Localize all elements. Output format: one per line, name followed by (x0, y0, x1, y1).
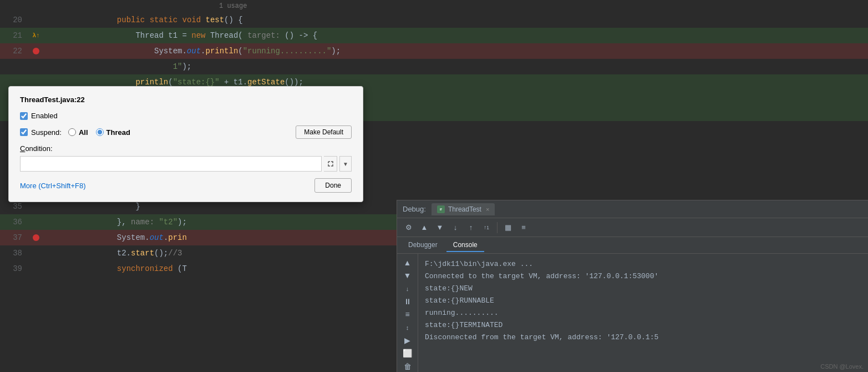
enabled-label-text: Enabled (31, 112, 58, 120)
up-button[interactable]: ▲ (417, 220, 432, 235)
line-number-38: 38 (0, 245, 28, 261)
sidebar-stop-button[interactable]: ⬜ (400, 348, 415, 359)
condition-underline-c: C (20, 144, 25, 153)
done-button[interactable]: Done (314, 178, 352, 193)
enabled-checkbox[interactable] (20, 112, 28, 120)
gutter-37 (28, 234, 44, 241)
console-line-state-runnable: state:{}RUNNABLE (425, 295, 861, 307)
console-line-connected: Connected to the target VM, address: '12… (425, 270, 861, 283)
suspend-label-text: Suspend: (31, 128, 62, 137)
debug-tabs-bar: Debugger Console (397, 237, 868, 254)
more-link[interactable]: More (Ctrl+Shift+F8) (20, 182, 85, 190)
line-number-21: 21 (0, 28, 28, 43)
console-line-state-new: state:{}NEW (425, 283, 861, 295)
svg-rect-0 (439, 207, 443, 212)
breakpoint-37 (33, 234, 39, 241)
expand-icon (328, 161, 333, 167)
step-down-button[interactable]: ↓ (448, 220, 463, 235)
suspend-row: Suspend: All Thread Make Default (20, 125, 352, 139)
sidebar-up-button[interactable]: ▲ (400, 257, 415, 268)
thread-test-icon (438, 207, 444, 212)
suspend-checkbox-wrapper[interactable]: Suspend: (20, 128, 62, 137)
suspend-radio-group: All Thread (68, 128, 130, 137)
gutter-22 (28, 48, 44, 54)
line-number-37: 37 (0, 230, 28, 245)
debug-content: ▲ ▼ ↓ ⏸ ≡ ↕ ▶ ⬜ 🗑 F:\jdk11\bin\java.exe … (397, 254, 868, 372)
sidebar-down-button[interactable]: ▼ (400, 270, 415, 281)
debug-header: Debug: ThreadTest × (397, 200, 868, 218)
console-line-running: running.......... (425, 307, 861, 319)
settings-button[interactable]: ⚙ (402, 220, 416, 235)
enabled-row: Enabled (20, 112, 352, 120)
sidebar-pause-button[interactable]: ⏸ (400, 296, 415, 307)
debug-tab[interactable]: ThreadTest × (432, 203, 495, 215)
gutter-21: λ↑ (28, 28, 44, 43)
thread-radio[interactable] (96, 128, 104, 136)
expand-button[interactable] (324, 156, 337, 172)
debug-left-toolbar: ▲ ▼ ↓ ⏸ ≡ ↕ ▶ ⬜ 🗑 (397, 254, 418, 372)
condition-label: Condition: (20, 144, 352, 153)
console-line-state-terminated: state:{}TERMINATED (425, 319, 861, 331)
condition-input-row: ▼ (20, 156, 352, 172)
list-button[interactable]: ≡ (516, 220, 531, 235)
line-number-39: 39 (0, 261, 28, 277)
suspend-checkbox[interactable] (20, 128, 28, 136)
debug-tab-close[interactable]: × (486, 206, 489, 213)
breakpoint-popup: ThreadTest.java:22 Enabled Suspend: All (8, 86, 363, 202)
popup-title: ThreadTest.java:22 (20, 95, 352, 104)
sidebar-play-button[interactable]: ▶ (400, 335, 415, 346)
step-up-button[interactable]: ↑ (464, 220, 478, 235)
dropdown-button[interactable]: ▼ (339, 156, 352, 172)
debug-tab-icon (437, 205, 445, 213)
console-line-path: F:\jdk11\bin\java.exe ... (425, 258, 861, 270)
debug-main-content: F:\jdk11\bin\java.exe ... Connected to t… (418, 254, 868, 372)
debug-label: Debug: (403, 205, 426, 213)
make-default-button[interactable]: Make Default (296, 125, 352, 139)
debug-panel: Debug: ThreadTest × ⚙ ▲ ▼ ↓ ↑ ↑1 ▦ ≡ Deb… (397, 200, 868, 372)
tab-console[interactable]: Console (446, 239, 484, 252)
lambda-marker: λ↑ (32, 28, 39, 43)
condition-input[interactable] (20, 156, 322, 172)
step-icon-button[interactable]: ↑1 (479, 220, 494, 235)
line-number-36: 36 (0, 214, 28, 230)
debug-tab-name: ThreadTest (448, 205, 481, 213)
suspend-label: Suspend: (31, 128, 62, 137)
toolbar-separator-1 (497, 222, 498, 233)
sidebar-list-button[interactable]: ≡ (400, 309, 415, 320)
line-number-22: 22 (0, 43, 28, 59)
csdn-watermark: CSDN @Lovex. (820, 363, 864, 370)
console-line-disconnected: Disconnected from the target VM, address… (425, 331, 861, 344)
popup-bottom-row: More (Ctrl+Shift+F8) Done (20, 178, 352, 193)
sidebar-step-button[interactable]: ↕ (400, 322, 415, 333)
debug-toolbar: ⚙ ▲ ▼ ↓ ↑ ↑1 ▦ ≡ (397, 218, 868, 237)
thread-radio-label: Thread (106, 128, 130, 137)
line-number-20: 20 (0, 12, 28, 28)
all-radio-label: All (79, 128, 88, 137)
down-button[interactable]: ▼ (433, 220, 447, 235)
sidebar-down2-button[interactable]: ↓ (400, 283, 415, 294)
breakpoint-22 (33, 48, 39, 54)
thread-radio-option[interactable]: Thread (96, 128, 130, 137)
all-radio-option[interactable]: All (68, 128, 88, 137)
all-radio[interactable] (68, 128, 76, 136)
sidebar-trash-button[interactable]: 🗑 (400, 361, 415, 372)
tab-debugger[interactable]: Debugger (402, 239, 444, 252)
enabled-label: Enabled (31, 112, 58, 120)
table-button[interactable]: ▦ (501, 220, 515, 235)
enabled-checkbox-wrapper[interactable]: Enabled (20, 112, 58, 120)
